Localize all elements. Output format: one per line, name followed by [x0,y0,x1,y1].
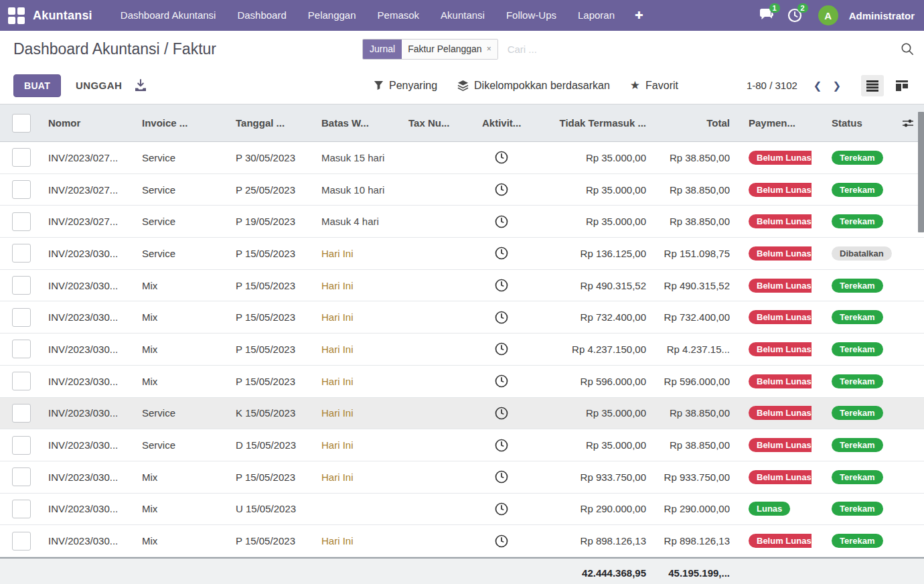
avatar[interactable]: A [818,5,838,25]
activity-clock-icon[interactable] [494,150,509,165]
col-header-batas[interactable]: Batas W... [308,117,395,129]
col-header-tanggal[interactable]: Tanggal ... [222,117,308,129]
total-amount: Rp 933.750,00 [653,471,737,483]
row-checkbox[interactable] [12,404,31,423]
breadcrumb[interactable]: Dashboard Akuntansi / Faktur [13,40,362,58]
untaxed-amount: Rp 35.000,00 [529,216,653,227]
row-checkbox[interactable] [12,372,31,390]
invoice-date: D 15/05/2023 [222,439,308,451]
activity-clock-icon[interactable] [494,214,509,229]
plus-icon[interactable]: ✚ [625,9,653,21]
invoice-date: P 15/05/2023 [222,280,308,291]
nav-item-akuntansi[interactable]: Akuntansi [430,0,495,31]
activity-clock-icon[interactable] [494,534,509,549]
app-name[interactable]: Akuntansi [33,9,92,23]
activities-icon[interactable]: 2 [783,4,806,27]
payment-status-badge: Belum Lunas [749,406,812,420]
invoice-date: P 19/05/2023 [222,216,308,227]
col-header-total[interactable]: Total [653,117,737,129]
invoice-date: P 15/05/2023 [222,471,308,483]
row-checkbox[interactable] [12,308,31,327]
invoice-number: INV/2023/030... [35,248,129,259]
untaxed-amount: Rp 490.315,52 [529,280,653,291]
apps-grid-icon[interactable] [8,7,25,24]
invoice-date: P 30/05/2023 [222,152,308,163]
status-badge: Terekam [832,406,883,420]
list-view-icon[interactable] [861,75,884,96]
row-checkbox[interactable] [12,467,31,486]
filter-button[interactable]: Penyaring [374,80,437,92]
col-header-aktivitas[interactable]: Aktivit... [474,117,529,129]
activity-clock-icon[interactable] [494,469,509,484]
table-row[interactable]: INV/2023/030... Mix P 15/05/2023 Hari In… [0,301,924,334]
activity-clock-icon[interactable] [494,502,509,516]
scrollbar-thumb[interactable] [918,112,924,232]
invoice-number: INV/2023/030... [35,503,129,514]
row-checkbox[interactable] [12,244,31,263]
col-header-invoice[interactable]: Invoice ... [129,117,222,129]
table-row[interactable]: INV/2023/030... Service P 15/05/2023 Har… [0,238,924,270]
table-row[interactable]: INV/2023/027... Service P 19/05/2023 Mas… [0,206,924,238]
activity-clock-icon[interactable] [494,182,509,197]
col-header-status[interactable]: Status [812,117,892,129]
activity-clock-icon[interactable] [494,406,509,421]
pager-prev-icon[interactable]: ❮ [808,80,828,92]
activity-clock-icon[interactable] [494,342,509,356]
invoice-date: P 15/05/2023 [222,535,308,546]
upload-button[interactable]: UNGGAH [76,80,122,91]
col-header-nomor[interactable]: Nomor [35,117,129,129]
nav-item-dashboard[interactable]: Dashboard [226,0,297,31]
select-all-checkbox[interactable] [12,114,31,133]
favorite-button[interactable]: ★ Favorit [630,78,678,92]
activity-clock-icon[interactable] [494,278,509,293]
table-row[interactable]: INV/2023/030... Mix P 15/05/2023 Hari In… [0,461,924,494]
nav-item-follow-ups[interactable]: Follow-Ups [495,0,567,31]
facet-remove-icon[interactable]: × [487,44,491,54]
untaxed-amount: Rp 136.125,00 [529,248,653,259]
table-row[interactable]: INV/2023/030... Mix P 15/05/2023 Hari In… [0,525,924,557]
row-checkbox[interactable] [12,532,31,551]
pager-range[interactable]: 1-80 / 3102 [747,80,797,91]
activity-clock-icon[interactable] [494,246,509,261]
row-checkbox[interactable] [12,500,31,518]
row-checkbox[interactable] [12,180,31,199]
table-row[interactable]: INV/2023/030... Mix P 15/05/2023 Hari In… [0,334,924,366]
due-date: Hari Ini [308,535,395,546]
user-name[interactable]: Administrator [849,10,915,21]
invoice-list-table: Nomor Invoice ... Tanggal ... Batas W...… [0,104,924,584]
table-row[interactable]: INV/2023/027... Service P 30/05/2023 Mas… [0,142,924,174]
nav-item-pemasok[interactable]: Pemasok [367,0,431,31]
download-icon[interactable] [134,79,147,92]
activity-clock-icon[interactable] [494,310,509,325]
activity-clock-icon[interactable] [494,438,509,453]
payment-status-badge: Belum Lunas [749,279,812,293]
status-badge: Terekam [832,438,883,452]
create-button[interactable]: BUAT [13,74,61,97]
table-row[interactable]: INV/2023/027... Service P 25/05/2023 Mas… [0,174,924,206]
table-row[interactable]: INV/2023/030... Service K 15/05/2023 Har… [0,398,924,430]
search-input[interactable]: Cari ... [508,44,900,55]
row-checkbox[interactable] [12,276,31,295]
col-header-tidak-termasuk[interactable]: Tidak Termasuk ... [529,117,653,129]
kanban-view-icon[interactable] [891,75,913,96]
vertical-scrollbar[interactable] [918,104,924,549]
table-row[interactable]: INV/2023/030... Mix P 15/05/2023 Hari In… [0,270,924,302]
nav-item-laporan[interactable]: Laporan [567,0,625,31]
search-icon[interactable] [900,42,915,56]
col-header-tax[interactable]: Tax Nu... [395,117,474,129]
layers-icon [457,80,469,91]
row-checkbox[interactable] [12,212,31,231]
row-checkbox[interactable] [12,436,31,455]
table-row[interactable]: INV/2023/030... Mix U 15/05/2023 Rp 290.… [0,494,924,526]
nav-item-dashboard-akuntansi[interactable]: Dashboard Akuntansi [110,0,227,31]
nav-item-pelanggan[interactable]: Pelanggan [297,0,367,31]
activity-clock-icon[interactable] [494,374,509,388]
row-checkbox[interactable] [12,340,31,358]
pager-next-icon[interactable]: ❯ [827,80,846,92]
groupby-button[interactable]: Dikelompokkan berdasarkan [457,80,610,92]
messages-icon[interactable]: 1 [755,4,778,27]
table-row[interactable]: INV/2023/030... Mix P 15/05/2023 Hari In… [0,366,924,398]
table-row[interactable]: INV/2023/030... Service D 15/05/2023 Har… [0,429,924,461]
col-header-payment[interactable]: Paymen... [737,117,812,129]
row-checkbox[interactable] [12,148,31,167]
